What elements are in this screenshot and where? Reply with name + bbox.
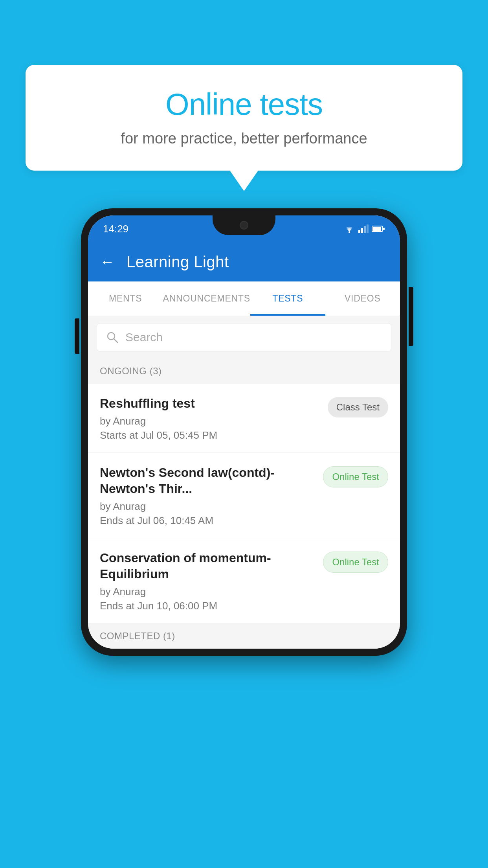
svg-line-9	[114, 339, 117, 342]
back-button[interactable]: ←	[100, 254, 115, 270]
svg-point-0	[349, 232, 350, 233]
test-author-1: by Anurag	[100, 415, 320, 427]
ongoing-section-header: ONGOING (3)	[88, 359, 400, 384]
battery-icon	[372, 225, 385, 232]
test-item[interactable]: Conservation of momentum-Equilibrium by …	[88, 538, 400, 623]
completed-section-title: COMPLETED (1)	[100, 631, 175, 641]
status-time: 14:29	[103, 223, 128, 235]
header-title: Learning Light	[127, 253, 229, 271]
svg-rect-4	[367, 224, 369, 233]
test-item[interactable]: Reshuffling test by Anurag Starts at Jul…	[88, 384, 400, 453]
test-name-1: Reshuffling test	[100, 395, 320, 412]
tab-videos[interactable]: VIDEOS	[325, 281, 400, 316]
tests-list: Reshuffling test by Anurag Starts at Jul…	[88, 384, 400, 623]
svg-rect-6	[372, 227, 381, 231]
speech-bubble-container: Online tests for more practice, better p…	[26, 65, 462, 171]
signal-icon	[358, 224, 369, 233]
tab-ments[interactable]: MENTS	[88, 281, 163, 316]
test-badge-1: Class Test	[328, 397, 388, 417]
search-icon	[106, 331, 118, 343]
speech-bubble: Online tests for more practice, better p…	[26, 65, 462, 171]
bubble-title: Online tests	[49, 86, 439, 122]
completed-section-header: COMPLETED (1)	[88, 623, 400, 649]
test-info-2: Newton's Second law(contd)-Newton's Thir…	[100, 465, 323, 527]
search-bar[interactable]: Search	[97, 323, 391, 351]
phone-frame: 14:29	[81, 208, 407, 656]
ongoing-section-title: ONGOING (3)	[100, 366, 162, 376]
test-date-1: Starts at Jul 05, 05:45 PM	[100, 429, 320, 441]
notch	[213, 215, 275, 235]
phone-inner: 14:29	[88, 215, 400, 649]
status-bar-icons	[343, 224, 385, 233]
app-header: ← Learning Light	[88, 242, 400, 281]
tabs-container: MENTS ANNOUNCEMENTS TESTS VIDEOS	[88, 281, 400, 316]
test-info-3: Conservation of momentum-Equilibrium by …	[100, 550, 323, 612]
bubble-subtitle: for more practice, better performance	[49, 130, 439, 147]
test-date-3: Ends at Jun 10, 06:00 PM	[100, 600, 315, 612]
test-badge-2: Online Test	[323, 466, 388, 487]
test-item[interactable]: Newton's Second law(contd)-Newton's Thir…	[88, 453, 400, 538]
svg-rect-2	[361, 228, 363, 233]
test-name-2: Newton's Second law(contd)-Newton's Thir…	[100, 465, 315, 497]
test-badge-3: Online Test	[323, 552, 388, 573]
search-container: Search	[88, 316, 400, 359]
svg-rect-1	[358, 230, 360, 233]
camera-dot	[240, 221, 248, 230]
test-author-3: by Anurag	[100, 586, 315, 598]
phone-container: 14:29	[81, 208, 407, 656]
status-bar: 14:29	[88, 215, 400, 242]
wifi-icon	[343, 224, 355, 233]
svg-rect-7	[383, 228, 385, 230]
tab-announcements[interactable]: ANNOUNCEMENTS	[163, 281, 250, 316]
test-info-1: Reshuffling test by Anurag Starts at Jul…	[100, 395, 328, 441]
tab-tests[interactable]: TESTS	[250, 281, 325, 316]
test-date-2: Ends at Jul 06, 10:45 AM	[100, 515, 315, 527]
search-placeholder: Search	[125, 331, 163, 344]
test-author-2: by Anurag	[100, 500, 315, 513]
test-name-3: Conservation of momentum-Equilibrium	[100, 550, 315, 583]
svg-rect-3	[364, 226, 366, 233]
